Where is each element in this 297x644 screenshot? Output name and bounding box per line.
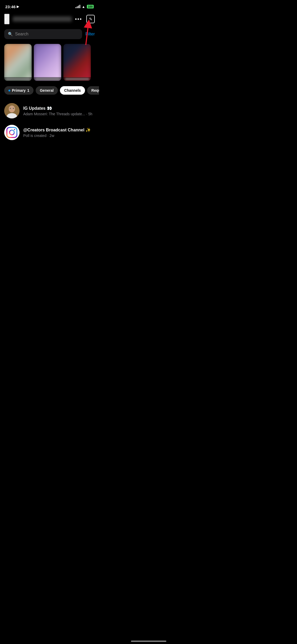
channel-preview-creators: Poll is created · 2w <box>23 134 95 138</box>
avatar-creators <box>4 125 20 140</box>
channel-item-creators[interactable]: @Creators Broadcast Channel ✨ Poll is cr… <box>0 122 99 143</box>
story-thumbnail-3 <box>63 44 91 81</box>
story-item-1[interactable] <box>4 44 32 81</box>
time-label: 23:46 <box>5 4 16 9</box>
story-thumbnail-1 <box>4 44 32 81</box>
svg-point-6 <box>13 108 14 109</box>
channel-list: IG Updates 👀 Adam Mosseri: The Threads u… <box>0 98 99 145</box>
back-button[interactable]: ‹ <box>4 14 10 24</box>
channel-name-ig-updates: IG Updates 👀 <box>23 106 95 111</box>
channel-info-creators: @Creators Broadcast Channel ✨ Poll is cr… <box>23 127 95 138</box>
channel-item-ig-updates[interactable]: IG Updates 👀 Adam Mosseri: The Threads u… <box>0 100 99 122</box>
header-title-blurred <box>13 16 72 22</box>
search-bar[interactable]: 🔍 Search <box>4 29 82 39</box>
search-icon: 🔍 <box>8 32 13 36</box>
filter-button[interactable]: Filter <box>82 32 95 36</box>
tab-channels[interactable]: Channels <box>60 86 85 95</box>
channel-name-creators: @Creators Broadcast Channel ✨ <box>23 127 95 132</box>
avatar-ig-person <box>4 103 20 118</box>
story-item-3[interactable] <box>63 44 91 81</box>
svg-point-11 <box>14 129 15 130</box>
wifi-icon: ▲ <box>82 5 85 9</box>
tab-general[interactable]: General <box>36 86 58 95</box>
battery-level: 100 <box>88 5 93 8</box>
status-bar: 23:46 ▶ ▲ 100 <box>0 0 99 12</box>
header: ‹ ••• ✎ <box>0 12 99 27</box>
avatar-ig-updates <box>4 103 20 118</box>
tab-primary-label: Primary <box>12 88 26 93</box>
tab-requests-label: Requests <box>91 88 99 93</box>
status-icons: ▲ 100 <box>76 5 94 9</box>
compose-icon: ✎ <box>89 17 92 22</box>
svg-rect-7 <box>10 111 14 112</box>
story-thumbnail-2 <box>34 44 61 81</box>
stories-row <box>0 41 99 84</box>
story-item-2[interactable] <box>34 44 61 81</box>
tab-primary[interactable]: Primary 1 <box>4 86 34 95</box>
channel-info-ig-updates: IG Updates 👀 Adam Mosseri: The Threads u… <box>23 106 95 116</box>
search-placeholder: Search <box>15 32 29 36</box>
more-options-button[interactable]: ••• <box>75 16 82 22</box>
header-actions: ••• ✎ <box>75 15 95 23</box>
compose-button[interactable]: ✎ <box>86 15 95 23</box>
battery-indicator: 100 <box>87 5 94 8</box>
svg-point-5 <box>10 108 11 109</box>
avatar-instagram-logo <box>4 125 20 140</box>
tab-primary-badge: 1 <box>27 88 29 93</box>
primary-dot <box>8 90 10 91</box>
tab-general-label: General <box>40 88 54 93</box>
signal-icon <box>76 5 80 8</box>
location-icon: ▶ <box>17 5 19 8</box>
search-container: 🔍 Search Filter <box>0 27 99 41</box>
channel-preview-ig-updates: Adam Mosseri: The Threads update... · 5h <box>23 112 95 116</box>
tab-channels-label: Channels <box>64 88 81 93</box>
tabs-row: Primary 1 General Channels Requests <box>0 84 99 98</box>
status-time: 23:46 ▶ <box>5 4 19 9</box>
tab-requests[interactable]: Requests <box>87 86 99 95</box>
